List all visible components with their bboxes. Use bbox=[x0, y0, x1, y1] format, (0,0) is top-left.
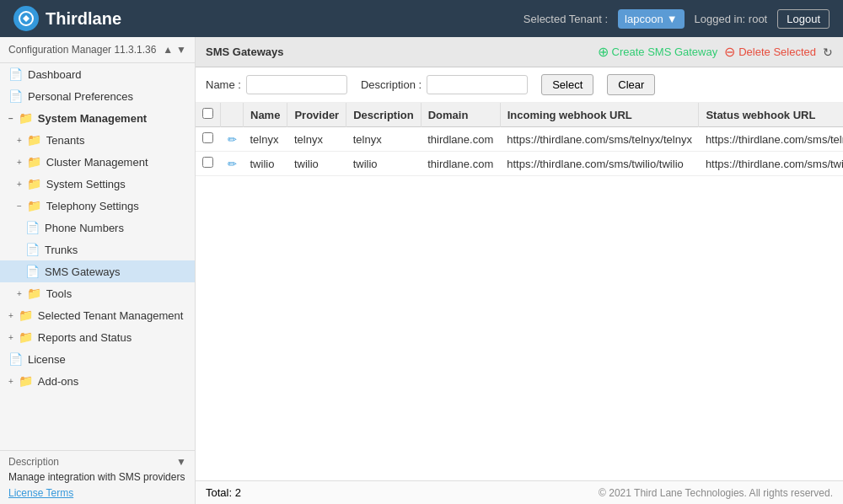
page-icon: 📄 bbox=[25, 221, 40, 234]
row-checkbox[interactable] bbox=[196, 127, 221, 152]
app-name: Thirdlane bbox=[46, 9, 121, 29]
selected-tenant-label: Selected Tenant : bbox=[524, 13, 608, 25]
row-incoming-webhook: https://thirdlane.com/sms/twilio/twilio bbox=[500, 152, 699, 176]
folder-icon: 📁 bbox=[27, 199, 41, 212]
sidebar-item-license[interactable]: 📄 License bbox=[0, 348, 195, 370]
row-name: telnyx bbox=[244, 127, 287, 152]
sidebar-footer-title: Description ▼ bbox=[8, 456, 186, 468]
delete-selected-button[interactable]: ⊖ Delete Selected bbox=[724, 44, 816, 60]
sidebar-item-trunks[interactable]: 📄 Trunks bbox=[0, 239, 195, 260]
sidebar-item-personal-preferences[interactable]: 📄 Personal Preferences bbox=[0, 85, 195, 107]
sidebar: Configuration Manager 11.3.1.36 ▲ ▼ 📄 Da… bbox=[0, 37, 196, 504]
name-filter-input[interactable] bbox=[246, 75, 347, 94]
row-edit[interactable]: ✏ bbox=[221, 127, 244, 152]
plus-icon: + bbox=[17, 158, 22, 167]
row-incoming-webhook: https://thirdlane.com/sms/telnyx/telnyx bbox=[500, 127, 699, 152]
select-button[interactable]: Select bbox=[541, 74, 593, 95]
create-sms-gateway-button[interactable]: ⊕ Create SMS Gateway bbox=[598, 44, 718, 60]
content-filters: Name : Description : Select Clear bbox=[196, 67, 843, 103]
table-row: ✏ twilio twilio twilio thirdlane.com htt… bbox=[196, 152, 843, 176]
folder-icon: 📁 bbox=[19, 374, 33, 388]
config-manager-version: Configuration Manager 11.3.1.36 bbox=[8, 44, 156, 56]
folder-icon: 📁 bbox=[27, 155, 41, 169]
refresh-icon[interactable]: ↻ bbox=[823, 46, 833, 59]
sidebar-item-add-ons[interactable]: + 📁 Add-ons bbox=[0, 370, 195, 392]
logged-in-label: Logged in: root bbox=[695, 13, 768, 25]
sidebar-item-system-management[interactable]: − 📁 System Management bbox=[0, 107, 195, 129]
table-row: ✏ telnyx telnyx telnyx thirdlane.com htt… bbox=[196, 127, 843, 152]
description-filter-input[interactable] bbox=[427, 75, 528, 94]
chevron-down-icon[interactable]: ▼ bbox=[176, 456, 186, 468]
minus-icon: − bbox=[17, 201, 22, 211]
table-header-row: Name Provider Description Domain Incomin… bbox=[196, 103, 843, 127]
col-description: Description bbox=[346, 103, 422, 127]
description-filter-label: Description : bbox=[361, 78, 422, 91]
sidebar-item-cluster-management[interactable]: + 📁 Cluster Management bbox=[0, 151, 195, 173]
col-provider: Provider bbox=[287, 103, 346, 127]
copyright: © 2021 Third Lane Technologies. All righ… bbox=[599, 487, 833, 499]
sidebar-item-tenants[interactable]: + 📁 Tenants bbox=[0, 129, 195, 151]
clear-button[interactable]: Clear bbox=[607, 74, 655, 95]
row-edit[interactable]: ✏ bbox=[221, 152, 244, 176]
logout-button[interactable]: Logout bbox=[777, 9, 830, 29]
main-container: Configuration Manager 11.3.1.36 ▲ ▼ 📄 Da… bbox=[0, 37, 843, 504]
folder-icon: 📁 bbox=[27, 287, 41, 300]
edit-icon[interactable]: ✏ bbox=[228, 158, 237, 170]
chevron-down-icon: ▼ bbox=[667, 13, 678, 25]
total-count: Total: 2 bbox=[206, 486, 241, 499]
plus-icon: + bbox=[17, 289, 22, 298]
plus-icon: + bbox=[17, 136, 22, 145]
plus-icon: + bbox=[8, 333, 13, 342]
sidebar-header: Configuration Manager 11.3.1.36 ▲ ▼ bbox=[0, 37, 195, 63]
select-all-checkbox[interactable] bbox=[202, 108, 213, 119]
sidebar-item-tools[interactable]: + 📁 Tools bbox=[0, 282, 195, 304]
minus-icon: − bbox=[8, 114, 13, 123]
description-filter-group: Description : bbox=[361, 75, 528, 94]
sidebar-item-phone-numbers[interactable]: 📄 Phone Numbers bbox=[0, 217, 195, 239]
content-actions: ⊕ Create SMS Gateway ⊖ Delete Selected ↻ bbox=[598, 44, 834, 60]
collapse-icon[interactable]: ▲ bbox=[163, 44, 173, 56]
sidebar-item-sms-gateways[interactable]: 📄 SMS Gateways bbox=[0, 260, 195, 282]
sidebar-footer-desc: Manage integration with SMS providers bbox=[8, 468, 186, 486]
col-status-webhook: Status webhook URL bbox=[699, 103, 843, 127]
sidebar-item-system-settings[interactable]: + 📁 System Settings bbox=[0, 173, 195, 195]
header-right: Selected Tenant : lapcoon ▼ Logged in: r… bbox=[524, 9, 830, 29]
sidebar-item-dashboard[interactable]: 📄 Dashboard bbox=[0, 63, 195, 85]
col-incoming-webhook: Incoming webhook URL bbox=[500, 103, 699, 127]
plus-icon: + bbox=[8, 311, 13, 320]
col-checkbox bbox=[196, 103, 221, 127]
sidebar-footer: Description ▼ Manage integration with SM… bbox=[0, 450, 195, 504]
page-icon: 📄 bbox=[8, 352, 23, 366]
folder-icon: 📁 bbox=[19, 111, 33, 125]
row-checkbox[interactable] bbox=[196, 152, 221, 176]
content-footer: Total: 2 © 2021 Third Lane Technologies.… bbox=[196, 480, 843, 504]
minus-circle-icon: ⊖ bbox=[724, 44, 735, 60]
expand-icon[interactable]: ▼ bbox=[176, 44, 186, 56]
app-header: Thirdlane Selected Tenant : lapcoon ▼ Lo… bbox=[0, 0, 843, 37]
sidebar-item-selected-tenant-management[interactable]: + 📁 Selected Tenant Management bbox=[0, 304, 195, 326]
row-checkbox-input[interactable] bbox=[202, 132, 213, 143]
row-status-webhook: https://thirdlane.com/sms/telnyx/telnyx/… bbox=[699, 127, 843, 152]
tenant-selector[interactable]: lapcoon ▼ bbox=[618, 9, 684, 29]
plus-icon: + bbox=[17, 180, 22, 189]
content-header: SMS Gateways ⊕ Create SMS Gateway ⊖ Dele… bbox=[196, 37, 843, 67]
row-domain: thirdlane.com bbox=[421, 127, 500, 152]
page-icon: 📄 bbox=[8, 67, 23, 81]
license-terms-link[interactable]: License Terms bbox=[8, 487, 73, 499]
page-icon: 📄 bbox=[25, 265, 40, 278]
name-filter-label: Name : bbox=[206, 78, 241, 91]
row-description: twilio bbox=[346, 152, 422, 176]
sidebar-item-telephony-settings[interactable]: − 📁 Telephony Settings bbox=[0, 195, 195, 217]
page-icon: 📄 bbox=[25, 243, 40, 256]
name-filter-group: Name : bbox=[206, 75, 347, 94]
sms-gateways-table-container: Name Provider Description Domain Incomin… bbox=[196, 103, 843, 480]
sidebar-header-icons: ▲ ▼ bbox=[163, 44, 186, 56]
row-provider: twilio bbox=[287, 152, 346, 176]
folder-icon: 📁 bbox=[19, 308, 33, 322]
sidebar-item-reports-and-status[interactable]: + 📁 Reports and Status bbox=[0, 326, 195, 348]
edit-icon[interactable]: ✏ bbox=[228, 133, 237, 146]
row-name: twilio bbox=[244, 152, 287, 176]
row-checkbox-input[interactable] bbox=[202, 157, 213, 168]
row-status-webhook: https://thirdlane.com/sms/twilio/twilio/… bbox=[699, 152, 843, 176]
logo-icon bbox=[13, 6, 39, 31]
